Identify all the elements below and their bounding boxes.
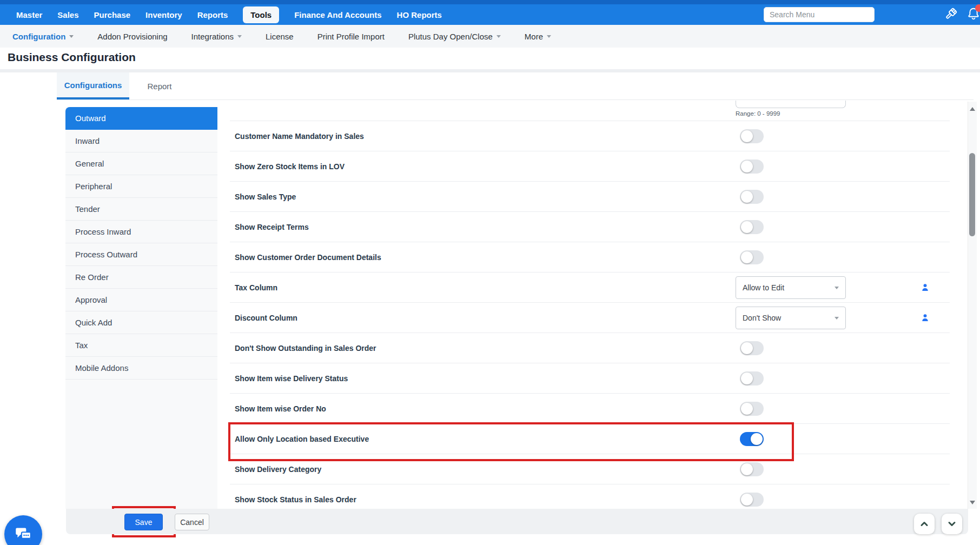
subnav-configuration-label: Configuration: [12, 32, 65, 41]
setting-row: Tax Column Allow to Edit: [230, 272, 950, 303]
sidebar-item-tax[interactable]: Tax: [65, 334, 217, 357]
setting-label: Discount Column: [235, 314, 297, 322]
vertical-scrollbar[interactable]: [968, 102, 977, 509]
nav-master[interactable]: Master: [16, 10, 42, 19]
sidebar-item-process-inward[interactable]: Process Inward: [65, 221, 217, 243]
setting-row: Show Item wise Delivery Status: [230, 363, 950, 394]
page-title: Business Configuration: [8, 51, 136, 64]
toggle-knob: [741, 130, 753, 142]
toggle-knob: [741, 494, 753, 506]
setting-label: Show Item wise Delivery Status: [235, 374, 348, 383]
caret-down-icon: [835, 317, 839, 320]
sidebar-item-inward[interactable]: Inward: [65, 130, 217, 152]
scrollbar-up-arrow[interactable]: [970, 107, 975, 111]
setting-label: Show Zero Stock Items in LOV: [235, 162, 345, 171]
toggle-show-stock-status[interactable]: [740, 493, 764, 507]
subnav-print-profile-import[interactable]: Print Profile Import: [317, 32, 385, 41]
chevron-down-icon: [946, 518, 958, 530]
subnav-integrations[interactable]: Integrations: [191, 32, 242, 41]
toggle-itemwise-delivery-status[interactable]: [740, 371, 764, 386]
scroll-top-button[interactable]: [914, 514, 935, 534]
sidebar-item-process-outward[interactable]: Process Outward: [65, 243, 217, 266]
toggle-dont-show-outstanding[interactable]: [740, 341, 764, 355]
toggle-knob: [741, 342, 753, 354]
tab-configurations[interactable]: Configurations: [57, 72, 129, 99]
caret-down-icon: [835, 287, 839, 289]
toggle-knob: [741, 463, 753, 475]
toggle-customer-name-mandatory[interactable]: [740, 129, 764, 143]
scrollbar-down-arrow[interactable]: [970, 501, 975, 504]
sidebar-item-general[interactable]: General: [65, 152, 217, 175]
setting-row: Show Receipt Terms: [230, 212, 950, 242]
caret-down-icon: [547, 35, 551, 38]
business-configuration-page: Master Sales Purchase Inventory Reports …: [0, 0, 980, 545]
bell-icon[interactable]: [966, 6, 980, 23]
subnav-more[interactable]: More: [525, 32, 551, 41]
save-button[interactable]: Save: [124, 514, 163, 530]
caret-down-icon: [237, 35, 242, 38]
nav-inventory[interactable]: Inventory: [145, 10, 182, 19]
nav-ho-reports[interactable]: HO Reports: [397, 10, 442, 19]
toggle-knob: [741, 251, 753, 263]
caret-down-icon: [496, 35, 501, 38]
setting-row: Show Zero Stock Items in LOV: [230, 151, 950, 182]
setting-label: Show Stock Status in Sales Order: [235, 495, 356, 504]
setting-label: Show Delivery Category: [235, 465, 321, 474]
toggle-show-delivery-category[interactable]: [740, 462, 764, 476]
tab-report[interactable]: Report: [129, 72, 190, 99]
person-icon[interactable]: [921, 283, 930, 292]
toggle-zero-stock-lov[interactable]: [740, 159, 764, 174]
subnav-addon-provisioning[interactable]: Addon Provisioning: [97, 32, 167, 41]
tab-strip: Configurations Report: [57, 72, 974, 100]
top-navigation-bar: Master Sales Purchase Inventory Reports …: [0, 0, 980, 25]
setting-label: Don't Show Outstanding in Sales Order: [235, 344, 376, 353]
subnav-license[interactable]: License: [266, 32, 294, 41]
toggle-knob: [741, 191, 753, 203]
setting-label: Show Item wise Order No: [235, 404, 326, 413]
top-nav-items: Master Sales Purchase Inventory Reports …: [16, 4, 442, 25]
nav-purchase[interactable]: Purchase: [94, 10, 131, 19]
sidebar-item-tender[interactable]: Tender: [65, 198, 217, 221]
person-icon[interactable]: [921, 313, 930, 322]
search-input[interactable]: [764, 7, 875, 22]
select-value: Allow to Edit: [743, 283, 784, 292]
toggle-customer-order-doc-details[interactable]: [740, 250, 764, 264]
tax-column-select[interactable]: Allow to Edit: [736, 276, 846, 299]
subnav-plutus-day-open-close[interactable]: Plutus Day Open/Close: [408, 32, 501, 41]
sidebar-item-quick-add[interactable]: Quick Add: [65, 311, 217, 334]
chat-bubble-icon: [13, 524, 34, 544]
setting-row: Discount Column Don't Show: [230, 303, 950, 333]
nav-reports[interactable]: Reports: [197, 10, 228, 19]
scroll-bottom-button[interactable]: [942, 514, 962, 534]
toggle-show-receipt-terms[interactable]: [740, 220, 764, 234]
chat-widget-button[interactable]: [4, 515, 42, 545]
select-value: Don't Show: [743, 314, 781, 322]
subnav-integrations-label: Integrations: [191, 32, 234, 41]
toggle-knob: [741, 221, 753, 233]
subnav-license-label: License: [266, 32, 294, 41]
cancel-button[interactable]: Cancel: [175, 514, 209, 530]
range-input-partial[interactable]: [736, 101, 846, 108]
toggle-show-sales-type[interactable]: [740, 190, 764, 204]
paintbrush-icon[interactable]: [942, 6, 958, 23]
range-hint: Range: 0 - 9999: [736, 110, 780, 117]
setting-row: Show Stock Status in Sales Order: [230, 484, 950, 509]
discount-column-select[interactable]: Don't Show: [736, 307, 846, 329]
nav-finance-and-accounts[interactable]: Finance And Accounts: [294, 10, 381, 19]
sidebar-item-peripheral[interactable]: Peripheral: [65, 175, 217, 198]
setting-row-partial: Range: 0 - 9999: [230, 101, 950, 121]
setting-row: Show Customer Order Document Details: [230, 242, 950, 272]
nav-tools[interactable]: Tools: [243, 6, 279, 23]
toggle-itemwise-order-no[interactable]: [740, 402, 764, 416]
sidebar-item-outward[interactable]: Outward: [65, 107, 217, 130]
setting-label: Show Receipt Terms: [235, 223, 309, 231]
notification-badge: [975, 4, 980, 12]
sidebar-item-approval[interactable]: Approval: [65, 289, 217, 311]
nav-sales[interactable]: Sales: [57, 10, 78, 19]
setting-label: Customer Name Mandatory in Sales: [235, 132, 364, 141]
sidebar-item-re-order[interactable]: Re Order: [65, 266, 217, 289]
scrollbar-thumb[interactable]: [969, 153, 975, 236]
subnav-configuration[interactable]: Configuration: [12, 32, 74, 41]
sidebar-item-mobile-addons[interactable]: Mobile Addons: [65, 357, 217, 380]
toggle-knob: [741, 373, 753, 384]
